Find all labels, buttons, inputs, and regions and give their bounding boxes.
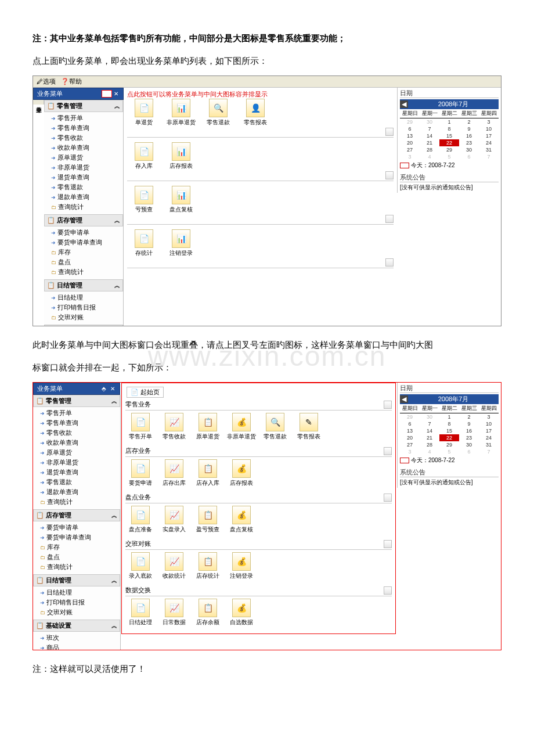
sidebar-item[interactable]: 收款单查询 (51, 143, 123, 153)
section-daily[interactable]: 📋 日结管理︽ (44, 279, 123, 291)
sidebar-item[interactable]: 打印销售日报 (40, 597, 120, 607)
doc-para-2b: 标窗口就会并排在一起，下如所示： (33, 359, 501, 375)
big-icon-button[interactable]: 📋盈亏预查 (193, 506, 223, 534)
big-icon-button[interactable]: 📋店存余额 (193, 599, 223, 627)
cal-prev[interactable]: ◀ (400, 395, 408, 403)
big-icon-button[interactable]: 💰非原单退货 (226, 413, 257, 441)
big-icon-button[interactable]: 💰盘点复核 (226, 506, 257, 534)
menu-help[interactable]: ❓帮助 (61, 78, 82, 85)
big-icon-button[interactable]: 💰注销登录 (226, 552, 257, 580)
pin-close-controls[interactable]: ⬘ ✕ (102, 386, 116, 392)
resize-icon[interactable] (385, 215, 394, 223)
resize-icon[interactable] (384, 540, 392, 548)
sidebar-item[interactable]: 原单退货 (40, 448, 120, 458)
big-icon-button[interactable]: 📊注销登录 (164, 229, 198, 257)
sidebar-item[interactable]: 非原单退货 (51, 163, 123, 172)
resize-icon[interactable] (385, 258, 394, 267)
section-daily[interactable]: 📋 日结管理︽ (33, 574, 120, 586)
sidebar-item[interactable]: 库存 (51, 247, 123, 257)
big-icon-button[interactable]: 📄要货申请 (125, 459, 156, 487)
sidebar-item[interactable]: 零售开单 (40, 408, 120, 418)
big-icon-button[interactable]: 💰自选数据 (226, 599, 257, 627)
section-base[interactable]: 📋 基础设置︽ (33, 620, 120, 632)
big-icon-button[interactable]: 📄零售开单 (125, 413, 156, 441)
sidebar-item[interactable]: 盘点 (51, 257, 123, 267)
sidebar-item[interactable]: 打印销售日报 (51, 303, 123, 312)
calendar[interactable]: 星期日星期一星期二星期三星期四2930123678910131415161720… (400, 404, 499, 455)
start-tab[interactable]: 📄 起始页 (127, 387, 164, 398)
sidebar-item[interactable]: 原单退货 (51, 153, 123, 163)
big-icon-button[interactable]: ✎零售报表 (294, 413, 324, 441)
big-icon-button[interactable]: 📄单退货 (127, 99, 161, 127)
big-icon-button[interactable]: 📈零售收款 (159, 413, 189, 441)
resize-icon[interactable] (385, 171, 394, 179)
sidebar-item[interactable]: 要货申请单查询 (51, 237, 123, 247)
resize-icon[interactable] (385, 128, 394, 136)
sidebar-item[interactable]: 日结处理 (40, 588, 120, 597)
big-icon-button[interactable]: 📈实盘录入 (159, 506, 189, 534)
sidebar-item[interactable]: 班次 (40, 633, 120, 643)
section-store[interactable]: 📋 店存管理︽ (44, 214, 123, 226)
sidebar-item[interactable]: 盘点 (40, 552, 120, 562)
big-icon-button[interactable]: 📈收款统计 (159, 552, 189, 580)
big-icon-button[interactable]: 📄存入库 (127, 142, 161, 170)
sidebar-item[interactable]: 交班对账 (51, 312, 123, 322)
section-retail[interactable]: 📋 零售管理︽ (44, 100, 123, 112)
sidebar-item[interactable]: 零售退款 (51, 182, 123, 192)
sidebar-item[interactable]: 零售单查询 (51, 123, 123, 133)
sidebar-item[interactable]: 收款单查询 (40, 438, 120, 448)
sidebar-item[interactable]: 日结处理 (51, 293, 123, 303)
sidebar-item[interactable]: 零售收款 (51, 133, 123, 143)
sidebar-item[interactable]: 非原单退货 (40, 458, 120, 467)
sidebar-item[interactable]: 查询统计 (51, 267, 123, 277)
resize-icon[interactable] (384, 586, 392, 595)
section-base[interactable]: 📋 基础设置︽ (44, 325, 123, 326)
sidebar-item[interactable]: 商品 (40, 643, 120, 650)
menu-options[interactable]: 🖉选项 (37, 78, 56, 85)
big-icon-button[interactable]: 📊店存报表 (164, 142, 198, 170)
resize-icon[interactable] (384, 401, 392, 409)
big-icon-button[interactable]: 📈店存出库 (159, 459, 189, 487)
big-icon-button[interactable]: 📄日结处理 (125, 599, 156, 627)
sidebar-item[interactable]: 退款单查询 (51, 192, 123, 202)
sidebar-item[interactable]: 零售退款 (40, 477, 120, 487)
pin-close-controls[interactable]: ⬘✕ (102, 90, 120, 98)
sidebar-item[interactable]: 退货单查询 (51, 172, 123, 182)
sidebar-item[interactable]: 交班对账 (40, 607, 120, 617)
big-icon-button[interactable]: 📄存统计 (127, 229, 161, 257)
sidebar-item[interactable]: 要货申请单 (51, 228, 123, 237)
sidebar-item[interactable]: 退款单查询 (40, 487, 120, 497)
big-icon-button[interactable]: 📄亏预查 (127, 186, 161, 214)
big-icon-button[interactable]: 📋原单退货 (193, 413, 223, 441)
sidebar-item[interactable]: 要货申请单 (40, 523, 120, 532)
big-icon-button[interactable]: 📋店存入库 (193, 459, 223, 487)
cal-prev[interactable]: ◀ (400, 100, 408, 108)
big-icon-button[interactable]: 📋店存统计 (193, 552, 223, 580)
sidebar-item[interactable]: 查询统计 (40, 562, 120, 572)
big-icon-button[interactable]: 👤零售报表 (239, 99, 272, 127)
sidebar-item[interactable]: 零售收款 (40, 428, 120, 438)
big-icon-button[interactable]: 📊盘点复核 (164, 186, 198, 214)
sidebar-item[interactable]: 库存 (40, 542, 120, 552)
sidebar-item[interactable]: 退货单查询 (40, 467, 120, 477)
sidebar-item[interactable]: 查询统计 (40, 497, 120, 507)
resize-icon[interactable] (384, 447, 392, 455)
sidebar-item[interactable]: 查询统计 (51, 202, 123, 212)
resize-icon[interactable] (384, 494, 392, 502)
calendar[interactable]: 星期日星期一星期二星期三星期四2930123678910131415161720… (400, 109, 499, 160)
screenshot-2: 业务菜单 ⬘ ✕ 📋 零售管理︽ 零售开单零售单查询零售收款收款单查询原单退货非… (33, 382, 501, 650)
big-icon-button[interactable]: 💰店存报表 (226, 459, 257, 487)
big-icon-button[interactable]: 📄盘点准备 (125, 506, 156, 534)
big-icon-button[interactable]: 📄录入底款 (125, 552, 156, 580)
sidebar-item[interactable]: 零售单查询 (40, 418, 120, 428)
big-icon-button[interactable]: 🔍零售退款 (260, 413, 290, 441)
sidebar-item[interactable]: 零售开单 (51, 113, 123, 123)
big-icon-button[interactable]: 🔍零售退款 (201, 99, 235, 127)
action-icon: ✎ (300, 413, 318, 431)
section-store[interactable]: 📋 店存管理︽ (33, 509, 120, 521)
vertical-tab[interactable]: 业务菜单 (33, 100, 44, 105)
big-icon-button[interactable]: 📈日常数据 (159, 599, 189, 627)
big-icon-button[interactable]: 📊非原单退货 (164, 99, 198, 127)
section-retail[interactable]: 📋 零售管理︽ (33, 395, 120, 407)
sidebar-item[interactable]: 要货申请单查询 (40, 532, 120, 542)
